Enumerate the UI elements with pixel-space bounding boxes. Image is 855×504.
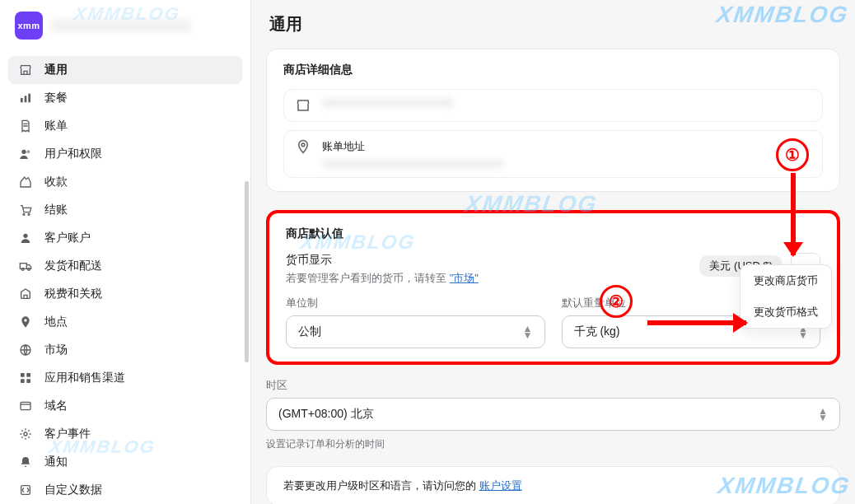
pin-icon [296,139,311,154]
svg-rect-13 [21,373,25,377]
sidebar-item-shipping[interactable]: 发货和配送 [8,252,242,280]
unit-system-label: 单位制 [286,296,545,310]
timezone-value: (GMT+08:00) 北京 [278,407,374,422]
sidebar-item-label: 用户和权限 [44,147,102,161]
scrollbar[interactable] [245,181,249,362]
sidebar-item-label: 应用和销售渠道 [44,371,125,385]
sidebar-item-checkout[interactable]: 结账 [8,196,242,224]
svg-rect-15 [21,379,25,383]
store-details-card: 商店详细信息 账单地址 [266,49,840,192]
sidebar-item-label: 客户账户 [44,231,91,245]
redacted-text [322,98,454,108]
sidebar-item-markets[interactable]: 市场 [8,336,242,364]
store-details-title: 商店详细信息 [283,63,823,77]
sidebar-item-taxes[interactable]: 税费和关税 [8,280,242,308]
svg-rect-14 [26,373,30,377]
svg-point-3 [21,150,26,154]
sidebar-item-custom-data[interactable]: 自定义数据 [8,476,242,504]
svg-rect-16 [26,379,30,383]
svg-rect-0 [21,98,23,102]
redacted-text [322,159,503,169]
svg-rect-17 [21,402,30,409]
domains-icon [18,399,33,413]
billing-icon [18,119,33,133]
sidebar-item-label: 自定义数据 [44,483,102,497]
payments-icon [18,175,33,189]
sidebar-item-general[interactable]: 通用 [8,56,242,84]
sidebar-item-label: 收款 [44,175,68,189]
sidebar-item-label: 发货和配送 [44,259,102,273]
change-store-currency[interactable]: 更改商店货币 [741,265,831,296]
sidebar-item-label: 税费和关税 [44,287,102,301]
taxes-icon [18,287,33,301]
unit-system-field: 单位制 公制 ▲▼ [286,296,545,348]
avatar: xmm [15,12,43,40]
page-title: 通用 [269,13,840,35]
store-name-redacted [51,19,191,32]
footer-note: 若要更改用户级时区和语言，请访问您的 账户设置 [266,466,840,504]
globe-icon [18,343,33,357]
timezone-hint: 设置记录订单和分析的时间 [266,437,840,451]
currency-hint: 若要管理客户看到的货币，请转至 "市场" [286,271,479,286]
store-icon [18,63,33,77]
timezone-section: 时区 (GMT+08:00) 北京 ▲▼ 设置记录订单和分析的时间 [266,378,840,451]
sidebar-item-customer-accounts[interactable]: 客户账户 [8,224,242,252]
sidebar-item-label: 地点 [44,315,68,329]
weight-unit-value: 千克 (kg) [574,324,620,339]
sidebar-item-domains[interactable]: 域名 [8,392,242,420]
cart-icon [18,203,33,217]
change-currency-format[interactable]: 更改货币格式 [741,296,831,328]
sidebar-item-payments[interactable]: 收款 [8,168,242,196]
svg-rect-1 [25,96,27,102]
timezone-label: 时区 [266,378,840,393]
markets-link[interactable]: "市场" [450,272,479,284]
sidebar-item-plan[interactable]: 套餐 [8,84,242,112]
metadata-icon [18,483,33,497]
timezone-select[interactable]: (GMT+08:00) 北京 ▲▼ [266,398,840,431]
account-settings-link[interactable]: 账户设置 [479,479,522,492]
svg-point-21 [301,143,305,147]
sidebar-item-label: 客户事件 [44,427,91,441]
sidebar-item-notifications[interactable]: 通知 [8,448,242,476]
svg-point-6 [28,213,30,215]
shipping-icon [18,259,33,273]
location-icon [18,315,33,329]
sidebar: xmm 通用 套餐 账单 用户和权限 收款 [0,0,251,504]
users-icon [18,147,33,161]
apps-icon [18,371,33,385]
store-defaults-title: 商店默认值 [286,226,820,241]
plan-icon [18,91,33,105]
chevron-updown-icon: ▲▼ [818,408,828,421]
sidebar-item-label: 市场 [44,343,68,357]
sidebar-item-label: 账单 [44,119,68,133]
currency-label: 货币显示 [286,253,479,268]
sidebar-item-apps-channels[interactable]: 应用和销售渠道 [8,364,242,392]
svg-point-7 [23,234,27,238]
sidebar-item-billing[interactable]: 账单 [8,112,242,140]
sidebar-item-label: 通知 [44,455,68,469]
main-content: 通用 商店详细信息 账单地址 商店默认值 货币显示 [251,0,855,504]
person-icon [18,231,33,245]
svg-point-11 [24,319,26,321]
profile-header[interactable]: xmm [0,0,250,53]
sidebar-item-label: 套餐 [44,91,68,105]
billing-address-label: 账单地址 [322,139,503,154]
svg-point-5 [23,213,25,215]
bell-icon [18,455,33,469]
billing-address-row[interactable]: 账单地址 [283,130,823,178]
svg-point-4 [26,150,30,153]
sidebar-item-label: 通用 [44,63,68,77]
events-icon [18,427,33,441]
unit-system-value: 公制 [298,324,321,339]
unit-system-select[interactable]: 公制 ▲▼ [286,315,545,348]
currency-popover: 更改商店货币 更改货币格式 [740,264,832,329]
storefront-icon [296,98,311,113]
store-profile-row[interactable] [283,89,823,122]
settings-nav: 通用 套餐 账单 用户和权限 收款 结账 [0,53,250,504]
sidebar-item-locations[interactable]: 地点 [8,308,242,336]
svg-point-18 [24,432,27,436]
chevron-updown-icon: ▲▼ [523,325,533,338]
sidebar-item-users[interactable]: 用户和权限 [8,140,242,168]
sidebar-item-customer-events[interactable]: 客户事件 [8,420,242,448]
sidebar-item-label: 结账 [44,203,68,217]
